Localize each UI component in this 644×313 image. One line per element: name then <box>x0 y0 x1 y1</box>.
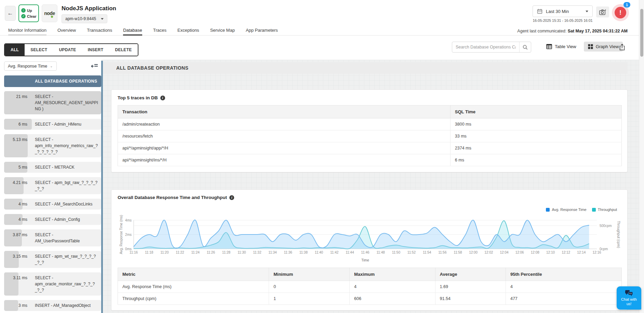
table-cell: api/*/apminsight/app/*/H <box>118 142 451 154</box>
db-operation-item[interactable]: 3 msINSERT - AM_ManagedObject <box>4 300 101 311</box>
info-icon[interactable]: i <box>229 195 234 200</box>
operation-label: SELECT - apm_oracle_monitor_raw_?_?_?_?_… <box>31 275 101 293</box>
tab-bar: Monitor InformationOverviewTransactionsD… <box>0 27 644 35</box>
top-traces-table: TransactionSQL Time /admin/createaction3… <box>118 105 622 166</box>
filter-all[interactable]: ALL <box>5 44 25 56</box>
tab-traces[interactable]: Traces <box>153 27 166 35</box>
section-title: ALL DATABASE OPERATIONS <box>103 62 628 74</box>
table-cell: 4 <box>506 281 621 293</box>
db-operation-item[interactable]: 3.87 msSELECT - AM_UserPasswordTable <box>4 229 101 246</box>
legend-item-throughput[interactable]: Throughput <box>592 208 617 212</box>
up-arrow-icon: ↑ <box>21 8 26 13</box>
operation-time: 6 ms <box>4 121 31 127</box>
table-cell: 1.69 <box>435 281 506 293</box>
sort-selector-value: Avg. Response Time <box>8 64 47 69</box>
sidebar-all-operations-header[interactable]: ALL DATABASE OPERATIONS <box>4 75 101 87</box>
check-icon: ✓ <box>21 14 26 18</box>
db-operation-item[interactable]: 5.13 msSELECT - apm_info_memory_metrics_… <box>4 134 101 157</box>
tab-exceptions[interactable]: Exceptions <box>177 27 199 35</box>
svg-text:12:02: 12:02 <box>484 251 493 254</box>
operation-label: INSERT - AM_ManagedObject <box>31 302 101 309</box>
screenshot-button[interactable] <box>596 6 609 17</box>
operation-label: SELECT - AM_RESOURCE_AGENT_MAPPING ) <box>31 94 101 112</box>
back-button[interactable]: ← <box>5 6 16 21</box>
top-traces-title: Top 5 traces in DB <box>118 95 158 100</box>
table-view-button[interactable]: Table View <box>542 42 580 52</box>
search-submit[interactable] <box>519 42 531 52</box>
search-input[interactable] <box>452 45 519 49</box>
instance-selector-dropdown[interactable]: apm-w10-9:8445 <box>62 14 107 23</box>
table-cell: 3800 ms <box>450 118 621 130</box>
alert-count-badge: 1 <box>623 2 630 8</box>
db-operation-item[interactable]: 4.21 msSELECT - apm_bgt_raw_?_?_?_?_?_? <box>4 177 101 194</box>
calendar-icon <box>537 9 542 14</box>
operation-label: SELECT - apm_bgt_raw_?_?_?_?_?_? <box>31 180 101 192</box>
svg-text:12:14: 12:14 <box>577 251 586 254</box>
chevron-down-icon <box>101 18 104 20</box>
operation-label: SELECT - Admin_HMenu <box>31 121 101 127</box>
date-range-text: 16-05-2025 15:31 - 16-05-2025 16:01 <box>533 18 593 23</box>
svg-text:11:32: 11:32 <box>253 251 261 254</box>
export-button[interactable] <box>617 42 627 52</box>
tab-transactions[interactable]: Transactions <box>87 27 112 35</box>
filter-insert[interactable]: INSERT <box>82 44 109 56</box>
svg-text:12:00: 12:00 <box>469 251 478 254</box>
tab-database[interactable]: Database <box>123 27 142 35</box>
table-row[interactable]: /admin/createaction3800 ms <box>118 118 622 130</box>
search-box <box>452 42 531 53</box>
table-cell: 91.54 <box>435 293 506 305</box>
scrollbar-thumb[interactable] <box>640 9 643 57</box>
table-row[interactable]: api/*/apminsight/ins/*/H6 ms <box>118 154 622 166</box>
svg-text:Time: Time <box>361 258 369 262</box>
table-row[interactable]: Avg. Response Time (ms)041.694 <box>118 281 622 293</box>
status-clear: ✓ Clear <box>21 14 38 18</box>
operation-time: 3.11 ms <box>4 275 31 281</box>
db-operations-sidebar: Avg. Response Time ⌄ ALL DATABASE OPERAT… <box>0 60 101 313</box>
svg-text:0cpm: 0cpm <box>600 247 608 251</box>
filter-select[interactable]: SELECT <box>25 44 53 56</box>
table-row[interactable]: /resources/fetch33 ms <box>118 130 622 142</box>
chat-widget[interactable]: Chat with us! <box>617 286 641 310</box>
graph-view-icon <box>588 44 593 49</box>
operation-label: SELECT - apm_info_memory_metrics_raw_?_?… <box>31 137 101 155</box>
svg-text:11:52: 11:52 <box>407 251 416 254</box>
db-operation-item[interactable]: 21 msSELECT - AM_RESOURCE_AGENT_MAPPING … <box>4 91 101 114</box>
table-cell: 2374 ms <box>450 142 621 154</box>
time-range-dropdown[interactable]: Last 30 Min <box>533 5 593 17</box>
db-operation-item[interactable]: 5 msSELECT - METRACK <box>4 162 101 173</box>
filter-delete[interactable]: DELETE <box>109 44 137 56</box>
alerts-button[interactable]: ! 1 <box>612 4 629 21</box>
column-header-transaction: Transaction <box>118 105 451 118</box>
sort-selector-dropdown[interactable]: Avg. Response Time ⌄ <box>4 61 57 71</box>
tab-list: Monitor InformationOverviewTransactionsD… <box>8 27 289 35</box>
page-title: NodeJS Application <box>62 5 116 12</box>
db-operation-item[interactable]: 6 msSELECT - Admin_HMenu <box>4 119 101 130</box>
agent-label: Agent last communicated: <box>517 29 567 33</box>
table-row[interactable]: Throughput (cpm)160691.54477 <box>118 293 622 305</box>
svg-text:11:30: 11:30 <box>238 251 246 254</box>
db-operation-item[interactable]: 3.15 msSELECT - apm_wt_raw_?_?_?_?_?_? <box>4 251 101 268</box>
db-operation-item[interactable]: 4 msSELECT - AM_SearchDocLinks <box>4 199 101 210</box>
tab-app-parameters[interactable]: App Parameters <box>246 27 278 35</box>
collapse-sidebar-button[interactable] <box>91 63 98 69</box>
filter-update[interactable]: UPDATE <box>53 44 82 56</box>
top-traces-card: Top 5 traces in DB i TransactionSQL Time… <box>111 89 628 172</box>
page-scrollbar[interactable] <box>639 0 644 313</box>
db-operation-item[interactable]: 3.11 msSELECT - apm_oracle_monitor_raw_?… <box>4 272 101 296</box>
table-view-label: Table View <box>555 44 576 49</box>
tab-service-map[interactable]: Service Map <box>210 27 235 35</box>
info-icon[interactable]: i <box>160 96 165 100</box>
tab-overview[interactable]: Overview <box>57 27 76 35</box>
operation-time: 3.15 ms <box>4 253 31 259</box>
legend-item-avg-response-time[interactable]: Avg. Response Time <box>546 208 586 212</box>
chart-plot-area[interactable]: 4ms2ms0ms500cpm0cpmAvg. Response Time (m… <box>118 214 622 265</box>
instance-selector-value: apm-w10-9:8445 <box>65 16 96 21</box>
top-traces-body: /admin/createaction3800 ms/resources/fet… <box>118 118 622 166</box>
metrics-body: Avg. Response Time (ms)041.694Throughput… <box>118 281 622 305</box>
db-operation-item[interactable]: 4 msSELECT - Admin_Config <box>4 214 101 225</box>
tab-monitor-information[interactable]: Monitor Information <box>8 27 46 35</box>
table-row[interactable]: api/*/apminsight/app/*/H2374 ms <box>118 142 622 154</box>
svg-text:12:08: 12:08 <box>531 251 539 254</box>
main-panel: ALL DATABASE OPERATIONS Top 5 traces in … <box>103 60 628 313</box>
sidebar-sort-row: Avg. Response Time ⌄ <box>4 61 101 71</box>
